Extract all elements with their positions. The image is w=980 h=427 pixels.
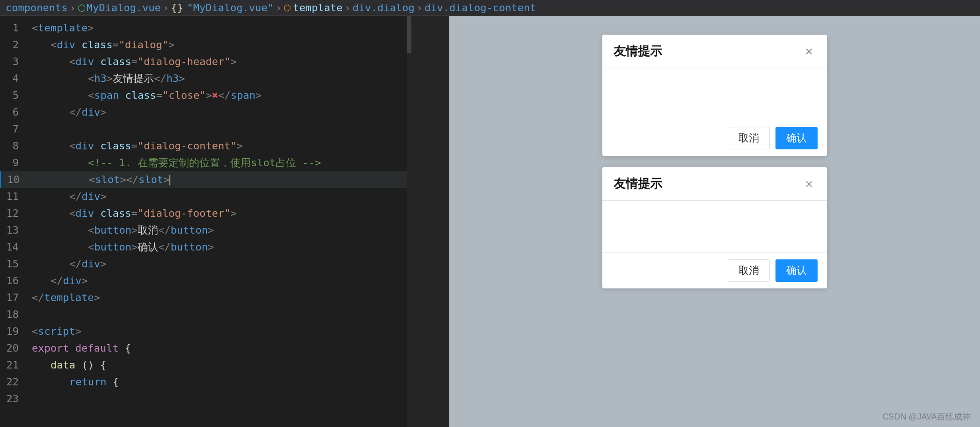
dialog-close-btn-2[interactable]: × bbox=[802, 177, 816, 191]
line-content-13[interactable]: <button>取消</button> bbox=[28, 222, 449, 239]
dialog-card-1: 友情提示 × 取消 确认 bbox=[602, 35, 827, 156]
code-lines: 1<template>2<div class="dialog">3<div cl… bbox=[0, 16, 449, 411]
dialog-header-2: 友情提示 × bbox=[602, 167, 827, 201]
scrollbar-thumb[interactable] bbox=[407, 16, 411, 53]
code-line-22: 22return { bbox=[0, 374, 449, 390]
line-content-21[interactable]: data () { bbox=[28, 357, 449, 374]
line-number-1: 1 bbox=[0, 20, 28, 37]
dialog-body-2 bbox=[602, 201, 827, 252]
line-number-23: 23 bbox=[0, 390, 28, 407]
code-line-20: 20export default { bbox=[0, 340, 449, 357]
dialog-footer-1: 取消 确认 bbox=[602, 120, 827, 156]
line-number-9: 9 bbox=[0, 155, 28, 171]
line-number-12: 12 bbox=[0, 205, 28, 222]
line-number-16: 16 bbox=[0, 272, 28, 289]
code-line-13: 13<button>取消</button> bbox=[0, 222, 449, 239]
line-content-12[interactable]: <div class="dialog-footer"> bbox=[28, 205, 449, 222]
line-content-15[interactable]: </div> bbox=[28, 256, 449, 272]
line-content-17[interactable]: </template> bbox=[28, 289, 449, 306]
breadcrumb-div-dialog[interactable]: div.dialog bbox=[352, 2, 414, 14]
line-number-20: 20 bbox=[0, 340, 28, 357]
code-line-11: 11</div> bbox=[0, 188, 449, 205]
vue-icon: ⬡ bbox=[78, 2, 86, 14]
code-line-23: 23 bbox=[0, 390, 449, 407]
bc-sep-2: › bbox=[163, 2, 169, 14]
line-content-22[interactable]: return { bbox=[28, 374, 449, 390]
dialog-header-1: 友情提示 × bbox=[602, 35, 827, 68]
breadcrumb-obj: {} bbox=[171, 2, 183, 14]
dialog-title-1: 友情提示 bbox=[614, 43, 662, 59]
breadcrumb-mydialog2[interactable]: "MyDialog.vue" bbox=[187, 2, 273, 14]
line-content-9[interactable]: <!-- 1. 在需要定制的位置，使用slot占位 --> bbox=[28, 155, 449, 171]
line-number-10: 10 bbox=[1, 171, 29, 188]
line-number-14: 14 bbox=[0, 239, 28, 256]
dialog-footer-2: 取消 确认 bbox=[602, 252, 827, 288]
scrollbar-track bbox=[407, 16, 411, 427]
line-content-5[interactable]: <span class="close">✖</span> bbox=[28, 87, 449, 104]
code-line-7: 7 bbox=[0, 121, 449, 138]
main-area: 1<template>2<div class="dialog">3<div cl… bbox=[0, 16, 980, 427]
code-line-9: 9<!-- 1. 在需要定制的位置，使用slot占位 --> bbox=[0, 155, 449, 171]
code-line-3: 3<div class="dialog-header"> bbox=[0, 53, 449, 70]
breadcrumb-mydialog[interactable]: MyDialog.vue bbox=[87, 2, 161, 14]
dialog-confirm-btn-2[interactable]: 确认 bbox=[775, 259, 818, 282]
line-content-16[interactable]: </div> bbox=[28, 272, 449, 289]
line-content-11[interactable]: </div> bbox=[28, 188, 449, 205]
dialog-confirm-btn-1[interactable]: 确认 bbox=[775, 127, 818, 149]
line-content-10[interactable]: <slot></slot> bbox=[29, 171, 449, 188]
dialog-cancel-btn-2[interactable]: 取消 bbox=[728, 259, 770, 282]
line-content-19[interactable]: <script> bbox=[28, 323, 449, 340]
line-number-3: 3 bbox=[0, 53, 28, 70]
watermark: CSDN @JAVA百练成神 bbox=[882, 411, 971, 422]
line-number-2: 2 bbox=[0, 37, 28, 53]
line-number-15: 15 bbox=[0, 256, 28, 272]
code-line-5: 5<span class="close">✖</span> bbox=[0, 87, 449, 104]
breadcrumb-components[interactable]: components bbox=[6, 2, 67, 14]
code-line-8: 8<div class="dialog-content"> bbox=[0, 138, 449, 155]
line-number-19: 19 bbox=[0, 323, 28, 340]
line-content-6[interactable]: </div> bbox=[28, 104, 449, 121]
line-content-1[interactable]: <template> bbox=[28, 20, 449, 37]
code-line-10: 10<slot></slot> bbox=[0, 171, 449, 188]
line-number-5: 5 bbox=[0, 87, 28, 104]
dialog-close-btn-1[interactable]: × bbox=[802, 44, 816, 59]
code-line-6: 6</div> bbox=[0, 104, 449, 121]
line-number-6: 6 bbox=[0, 104, 28, 121]
breadcrumb-template: template bbox=[293, 2, 343, 14]
line-content-8[interactable]: <div class="dialog-content"> bbox=[28, 138, 449, 155]
code-line-15: 15</div> bbox=[0, 256, 449, 272]
code-line-14: 14<button>确认</button> bbox=[0, 239, 449, 256]
code-line-19: 19<script> bbox=[0, 323, 449, 340]
code-line-1: 1<template> bbox=[0, 20, 449, 37]
breadcrumb-bar: components › ⬡ MyDialog.vue › {} "MyDial… bbox=[0, 0, 980, 16]
line-number-11: 11 bbox=[0, 188, 28, 205]
line-content-4[interactable]: <h3>友情提示</h3> bbox=[28, 70, 449, 87]
line-number-8: 8 bbox=[0, 138, 28, 155]
line-number-4: 4 bbox=[0, 70, 28, 87]
bc-sep-4: › bbox=[276, 2, 282, 14]
code-panel: 1<template>2<div class="dialog">3<div cl… bbox=[0, 16, 449, 427]
minimap bbox=[411, 16, 449, 427]
line-number-7: 7 bbox=[0, 121, 28, 138]
breadcrumb-div-dialog-content[interactable]: div.dialog-content bbox=[424, 2, 536, 14]
line-content-20[interactable]: export default { bbox=[28, 340, 449, 357]
code-line-21: 21data () { bbox=[0, 357, 449, 374]
line-number-13: 13 bbox=[0, 222, 28, 239]
preview-panel: 友情提示 × 取消 确认 友情提示 × 取消 确认 CSDN @JAVA百练成神 bbox=[449, 16, 980, 427]
line-content-3[interactable]: <div class="dialog-header"> bbox=[28, 53, 449, 70]
dialog-card-2: 友情提示 × 取消 确认 bbox=[602, 167, 827, 288]
line-number-17: 17 bbox=[0, 289, 28, 306]
dialog-body-1 bbox=[602, 68, 827, 120]
line-number-22: 22 bbox=[0, 374, 28, 390]
bc-sep-5: › bbox=[344, 2, 351, 14]
template-breadcrumb-icon: ⬡ bbox=[284, 3, 291, 13]
dialog-cancel-btn-1[interactable]: 取消 bbox=[728, 127, 770, 149]
code-line-18: 18 bbox=[0, 306, 449, 323]
line-content-14[interactable]: <button>确认</button> bbox=[28, 239, 449, 256]
bc-sep-1: › bbox=[69, 2, 75, 14]
code-line-17: 17</template> bbox=[0, 289, 449, 306]
dialog-title-2: 友情提示 bbox=[614, 176, 662, 192]
line-content-2[interactable]: <div class="dialog"> bbox=[28, 37, 449, 53]
code-line-2: 2<div class="dialog"> bbox=[0, 37, 449, 53]
code-line-16: 16</div> bbox=[0, 272, 449, 289]
